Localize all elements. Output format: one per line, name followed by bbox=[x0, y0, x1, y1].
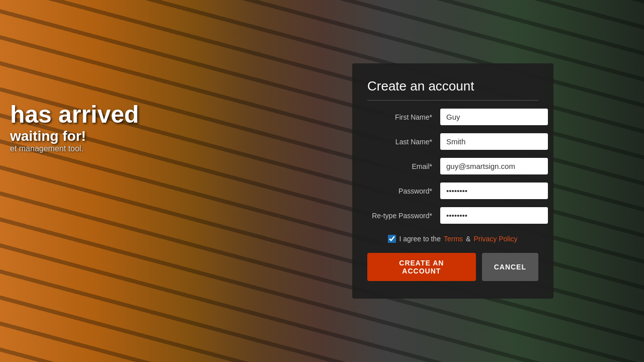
arrived-text: has arrived bbox=[10, 101, 139, 128]
create-account-button[interactable]: CREATE AN ACCOUNT bbox=[367, 253, 476, 281]
cancel-button[interactable]: CANCEL bbox=[482, 253, 538, 281]
first-name-group: First Name* bbox=[367, 109, 538, 125]
first-name-input[interactable] bbox=[440, 109, 548, 125]
email-input[interactable] bbox=[440, 158, 548, 174]
last-name-label: Last Name* bbox=[367, 138, 440, 146]
terms-link[interactable]: Terms bbox=[444, 235, 463, 243]
button-row: CREATE AN ACCOUNT CANCEL bbox=[367, 253, 538, 281]
password-group: Password* bbox=[367, 183, 538, 199]
create-account-dialog: Create an account First Name* Last Name*… bbox=[352, 63, 553, 299]
email-group: Email* bbox=[367, 158, 538, 174]
agree-row: I agree to the Terms & Privacy Policy bbox=[367, 235, 538, 243]
password-input[interactable] bbox=[440, 183, 548, 199]
last-name-group: Last Name* bbox=[367, 133, 538, 150]
retype-password-group: Re-type Password* bbox=[367, 207, 538, 224]
waiting-text: waiting for! bbox=[10, 128, 139, 144]
retype-password-label: Re-type Password* bbox=[367, 212, 440, 220]
last-name-input[interactable] bbox=[440, 133, 548, 150]
agree-checkbox[interactable] bbox=[388, 235, 396, 243]
agree-text: I agree to the bbox=[399, 235, 441, 243]
left-text-block: has arrived waiting for! et management t… bbox=[10, 101, 139, 153]
ampersand: & bbox=[466, 235, 470, 243]
management-text: et management tool. bbox=[10, 144, 139, 153]
password-label: Password* bbox=[367, 187, 440, 195]
first-name-label: First Name* bbox=[367, 113, 440, 121]
retype-password-input[interactable] bbox=[440, 207, 548, 224]
dialog-title: Create an account bbox=[367, 78, 538, 101]
privacy-policy-link[interactable]: Privacy Policy bbox=[473, 235, 517, 243]
email-label: Email* bbox=[367, 162, 440, 170]
